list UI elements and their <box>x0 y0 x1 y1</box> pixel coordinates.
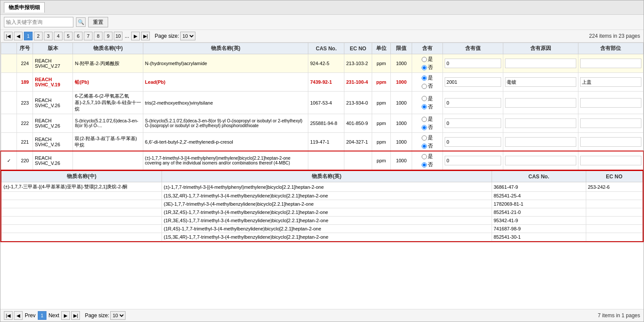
contain-yes-label[interactable]: 是 <box>422 115 433 123</box>
contain-yes-label[interactable]: 是 <box>422 56 433 63</box>
first-page-button[interactable]: |◀ <box>4 32 13 40</box>
next-page-button[interactable]: ▶ <box>131 32 140 40</box>
row-cas: 1067-53-4 <box>308 92 344 114</box>
part-input[interactable] <box>580 137 641 147</box>
contain-no-label[interactable]: 否 <box>422 64 433 71</box>
row-containval-cell <box>443 151 503 171</box>
contain-no-text: 否 <box>428 142 433 150</box>
page-7-button[interactable]: 7 <box>84 32 92 40</box>
contain-no-radio[interactable] <box>422 125 427 130</box>
bottom-page-size-select[interactable]: 10 20 50 <box>110 311 125 320</box>
part-input[interactable] <box>580 118 641 128</box>
page-2-button[interactable]: 2 <box>34 32 43 40</box>
contain-value-input[interactable] <box>445 156 501 165</box>
page-3-button[interactable]: 3 <box>44 32 53 40</box>
part-input[interactable] <box>580 156 641 165</box>
row-limit: 1000 <box>391 114 412 133</box>
contain-yes-radio[interactable] <box>422 117 427 122</box>
reset-button[interactable]: 重置 <box>88 17 108 27</box>
bottom-page-1-button[interactable]: 1 <box>38 311 46 320</box>
contain-no-label[interactable]: 否 <box>422 82 433 90</box>
bottom-prev-label: Prev <box>25 312 36 319</box>
row-en: Lead(Pb) <box>143 73 308 92</box>
bottom-last-button[interactable]: ▶| <box>71 311 80 320</box>
row-cn: 铅(Pb) <box>73 73 143 92</box>
row-ver: REACH SVHC_V.26 <box>33 92 73 114</box>
prev-page-button[interactable]: ◀ <box>14 32 23 40</box>
contain-yes-text: 是 <box>428 153 433 160</box>
contain-no-label[interactable]: 否 <box>422 103 433 111</box>
sub-row-cn <box>2 200 162 208</box>
row-ver: REACH SVHC_V.26 <box>33 133 73 151</box>
page-1-button[interactable]: 1 <box>24 32 33 40</box>
row-ver: REACH SVHC_V.26 <box>33 151 73 171</box>
table-row: 222 REACH SVHC_V.26 S-(tricyclo(5.2.1.0'… <box>1 114 643 133</box>
search-input[interactable] <box>4 17 73 27</box>
page-9-button[interactable]: 9 <box>104 32 112 40</box>
contain-yes-text: 是 <box>428 74 433 82</box>
contain-value-input[interactable] <box>445 98 501 108</box>
contain-yes-label[interactable]: 是 <box>422 74 433 82</box>
contain-value-input[interactable] <box>445 118 501 128</box>
sub-row-cn: (±)-1,7,7-三甲基-[(4-甲基苯基)亚甲基]-雙環[2,2,1]庚烷-… <box>2 182 162 192</box>
contain-yes-radio[interactable] <box>422 154 427 159</box>
row-expand-cell <box>1 114 17 133</box>
contain-no-label[interactable]: 否 <box>422 161 433 168</box>
row-chevron-cell[interactable]: ✓ <box>1 151 17 171</box>
contain-no-radio[interactable] <box>422 84 427 89</box>
contain-yes-label[interactable]: 是 <box>422 153 433 160</box>
reason-input[interactable] <box>505 59 576 68</box>
page-8-button[interactable]: 8 <box>94 32 102 40</box>
contain-yes-label[interactable]: 是 <box>422 134 433 141</box>
page-4-button[interactable]: 4 <box>54 32 63 40</box>
part-input[interactable] <box>580 59 641 68</box>
row-ec: 401-850-9 <box>344 114 372 133</box>
bottom-prev-button[interactable]: ◀ <box>14 311 23 320</box>
page-size-select[interactable]: 10 20 50 <box>180 32 195 40</box>
contain-value-input[interactable] <box>445 77 501 87</box>
sub-row-ec <box>586 225 642 233</box>
sub-table-row: (1S,3Z,4R)-1,7,7-trimethyl-3-(4-methylbe… <box>2 192 643 200</box>
contain-value-input[interactable] <box>445 137 501 147</box>
search-icon[interactable]: 🔍 <box>76 17 86 27</box>
contain-no-label[interactable]: 否 <box>422 142 433 150</box>
reason-input[interactable] <box>505 98 576 108</box>
table-container: 序号 版本 物质名称(中) 物质名称(英) CAS No. EC NO 单位 限… <box>0 43 644 309</box>
row-contain-cell: 是 否 <box>412 54 443 73</box>
contain-no-radio[interactable] <box>422 65 427 70</box>
contain-no-radio[interactable] <box>422 144 427 149</box>
contain-yes-radio[interactable] <box>422 57 427 62</box>
contain-no-radio[interactable] <box>422 162 427 168</box>
header-cn: 物质名称(中) <box>73 43 143 54</box>
bottom-next-button[interactable]: ▶ <box>61 311 70 320</box>
reason-input[interactable] <box>505 77 576 87</box>
reason-input[interactable] <box>505 118 576 128</box>
reason-input[interactable] <box>505 156 576 165</box>
contain-yes-radio[interactable] <box>422 96 427 101</box>
sub-row-cn <box>2 208 162 217</box>
bottom-first-button[interactable]: |◀ <box>4 311 13 320</box>
part-input[interactable] <box>580 98 641 108</box>
expand-chevron[interactable]: ✓ <box>7 158 11 163</box>
reason-input[interactable] <box>505 137 576 147</box>
contain-no-label[interactable]: 否 <box>422 124 433 131</box>
contain-yes-radio[interactable] <box>422 135 427 141</box>
sub-row-cas: 852541-25-4 <box>492 192 586 200</box>
contain-yes-label[interactable]: 是 <box>422 95 433 102</box>
row-unit: ppm <box>372 114 391 133</box>
contain-yes-radio[interactable] <box>422 76 427 81</box>
contain-value-input[interactable] <box>445 59 501 68</box>
contain-no-radio[interactable] <box>422 104 427 109</box>
sub-row-ec <box>586 233 642 241</box>
page-6-button[interactable]: 6 <box>74 32 83 40</box>
title-bar: 物质申报明细 <box>0 0 644 15</box>
page-10-button[interactable]: 10 <box>114 32 122 40</box>
last-page-button[interactable]: ▶| <box>141 32 150 40</box>
sub-row-ec: 253-242-6 <box>586 182 642 192</box>
bottom-pagination-info: 7 items in 1 pages <box>598 312 640 319</box>
row-expand-cell <box>1 73 17 92</box>
page-5-button[interactable]: 5 <box>64 32 73 40</box>
part-input[interactable] <box>580 77 641 87</box>
row-cas: 7439-92-1 <box>308 73 344 92</box>
header-seq: 序号 <box>17 43 33 54</box>
